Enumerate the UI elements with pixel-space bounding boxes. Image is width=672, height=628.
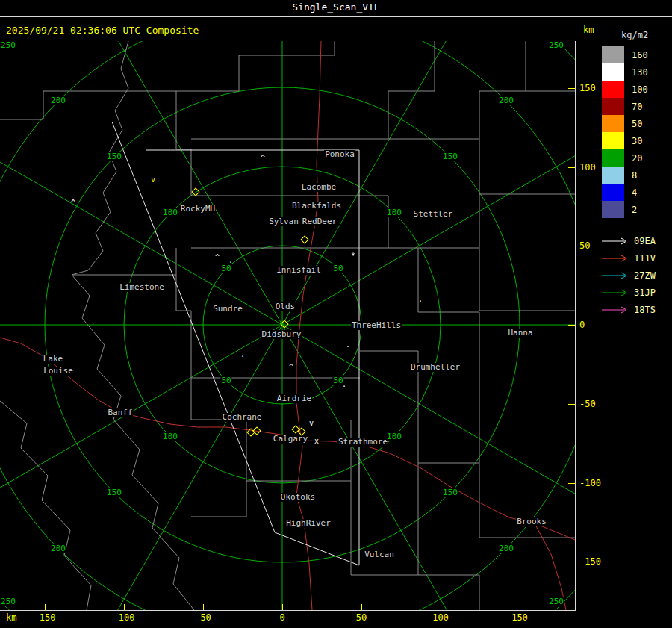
titlebar: Single_Scan_VIL: [0, 0, 672, 16]
legend-level-value: 30: [632, 136, 642, 146]
bottom-axis-label: -100: [113, 613, 135, 622]
radar-arrow-icon: [602, 237, 627, 245]
scan-area-outline: [112, 122, 359, 565]
legend-color-scale: 16013010070503020842: [602, 46, 671, 218]
legend-color-swatch: [602, 81, 624, 98]
legend-level-value: 2: [632, 205, 637, 215]
radar-arrow-icon: [602, 306, 627, 314]
legend-color-swatch: [602, 115, 624, 132]
bottom-axis-label: 100: [432, 613, 449, 622]
legend-level-row: 70: [602, 98, 671, 115]
radar-legend-item: 09EA: [602, 237, 671, 245]
legend-level-row: 8: [602, 167, 671, 184]
radar-app-window: Single_Scan_VIL 2025/09/21 02:36:06 UTC …: [0, 0, 672, 628]
radar-map[interactable]: [0, 41, 575, 610]
range-rings: [0, 41, 575, 610]
bottom-axis-label: 0: [279, 613, 284, 622]
county-boundaries: [0, 41, 575, 610]
legend-color-swatch: [602, 184, 624, 201]
legend-level-row: 30: [602, 132, 671, 149]
bottom-axis-label: -50: [195, 613, 211, 622]
radar-legend-item: 111V: [602, 255, 671, 262]
radar-arrow-icon: [602, 272, 627, 279]
right-axis-label: 100: [579, 163, 596, 172]
radar-id: 31JP: [634, 287, 656, 298]
scan-datetime: 2025/09/21 02:36:06 UTC Composite: [6, 25, 199, 36]
legend-level-value: 8: [632, 170, 637, 181]
bottom-axis-label: -150: [34, 613, 56, 622]
window-title: Single_Scan_VIL: [292, 1, 379, 13]
legend-color-swatch: [602, 46, 624, 63]
legend-color-swatch: [602, 149, 624, 167]
bottom-axis-label: 150: [511, 613, 528, 622]
right-axis-label: 150: [579, 84, 596, 93]
legend-unit-label: kg/m2: [621, 30, 671, 40]
right-axis-unit: km: [583, 25, 594, 35]
legend-level-row: 160: [602, 46, 671, 63]
bottom-axis-label: 50: [356, 613, 367, 622]
legend-level-value: 20: [632, 153, 642, 164]
radar-id: 111V: [634, 253, 656, 264]
legend-level-value: 100: [632, 84, 648, 95]
legend-color-swatch: [602, 167, 624, 184]
legend-level-value: 160: [632, 50, 648, 60]
legend-level-value: 70: [632, 102, 642, 112]
radar-legend-item: 18TS: [602, 306, 671, 314]
map-border-right: [575, 41, 576, 611]
radar-arrow-icon: [602, 255, 627, 262]
radar-id: 18TS: [634, 305, 656, 315]
radar-id: 09EA: [634, 236, 656, 246]
right-axis-label: -150: [579, 557, 601, 566]
vil-legend: kg/m2 16013010070503020842 09EA111V27ZW3…: [602, 30, 671, 314]
radar-legend-item: 27ZW: [602, 272, 671, 279]
legend-color-swatch: [602, 132, 624, 149]
title-divider: [0, 16, 672, 17]
map-graphics: [0, 41, 575, 610]
legend-color-swatch: [602, 63, 624, 81]
right-axis-label: 50: [579, 241, 590, 250]
legend-level-row: 50: [602, 115, 671, 132]
legend-level-value: 50: [632, 119, 642, 129]
legend-color-swatch: [602, 98, 624, 115]
legend-level-value: 4: [632, 187, 637, 198]
legend-level-row: 4: [602, 184, 671, 201]
legend-level-row: 130: [602, 63, 671, 81]
radar-id: 27ZW: [634, 270, 656, 281]
legend-level-row: 100: [602, 81, 671, 98]
right-axis-label: 0: [579, 320, 585, 329]
highways: [0, 41, 575, 610]
bottom-axis-unit: km: [6, 612, 16, 623]
radar-legend-item: 31JP: [602, 289, 671, 296]
right-axis-label: -100: [579, 479, 601, 488]
map-border-bottom: [0, 610, 576, 611]
radar-site-legend: 09EA111V27ZW31JP18TS: [602, 237, 671, 314]
legend-level-value: 130: [632, 67, 648, 78]
radar-arrow-icon: [602, 289, 627, 296]
legend-color-swatch: [602, 201, 624, 218]
legend-level-row: 20: [602, 149, 671, 167]
right-axis-label: -50: [579, 400, 596, 408]
legend-level-row: 2: [602, 201, 671, 218]
